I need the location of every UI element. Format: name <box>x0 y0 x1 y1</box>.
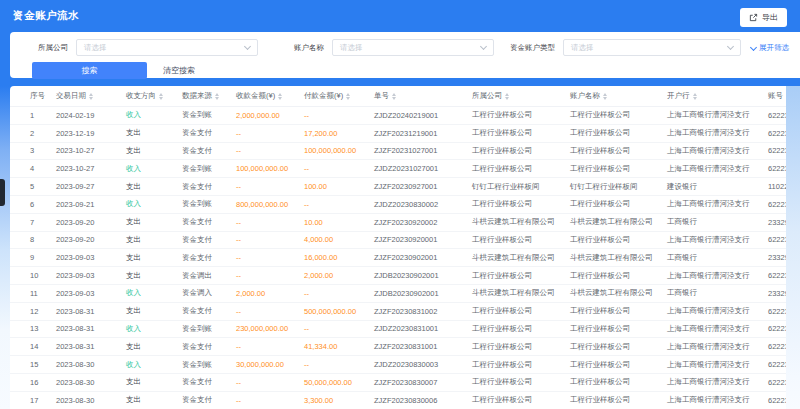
table-row[interactable]: 102023-09-03支出资金调出--2,000.00ZJDB20230902… <box>10 267 800 285</box>
cell-account_no: 233294994 <box>768 253 800 262</box>
cell-bank: 上海工商银行漕河泾支行 <box>667 360 768 370</box>
cell-no: 2 <box>30 129 56 138</box>
table-row[interactable]: 12024-02-19收入资金到账2,000,000.00--ZJDZ20240… <box>10 107 800 125</box>
sort-icon[interactable] <box>693 93 697 100</box>
cell-account_no: 233294994 <box>768 218 800 227</box>
table-row[interactable]: 142023-08-31支出资金支付--41,334.00ZJZF2023083… <box>10 338 800 356</box>
column-header-label: 账户名称 <box>570 91 600 101</box>
cell-date: 2023-12-19 <box>56 129 126 138</box>
table-row[interactable]: 72023-09-20支出资金支付--10.00ZJZF20230920002斗… <box>10 214 800 232</box>
cell-source: 资金支付 <box>182 217 236 227</box>
sort-icon[interactable] <box>89 93 93 100</box>
cell-company: 工程行业样板公司 <box>472 271 570 281</box>
sort-icon[interactable] <box>278 93 282 100</box>
cell-bank: 上海工商银行漕河泾支行 <box>667 306 768 316</box>
table-body: 12024-02-19收入资金到账2,000,000.00--ZJDZ20240… <box>10 107 800 409</box>
cell-receive: 2,000.00 <box>236 289 304 298</box>
cell-direction: 支出 <box>126 235 182 245</box>
cell-direction: 收入 <box>126 288 182 298</box>
column-header-account[interactable]: 账户名称 <box>570 91 667 101</box>
chevron-down-icon <box>244 43 251 50</box>
cell-company: 工程行业样板公司 <box>472 128 570 138</box>
column-header-source[interactable]: 数据来源 <box>182 91 236 101</box>
cell-pay: 16,000.00 <box>304 253 374 262</box>
column-header-direction[interactable]: 收支方向 <box>126 91 182 101</box>
cell-bank: 上海工商银行漕河泾支行 <box>667 199 768 209</box>
cell-account_no: 622230111 <box>768 378 800 387</box>
table-row[interactable]: 162023-08-30支出资金支付--50,000,000.00ZJZF202… <box>10 374 800 392</box>
cell-no: 4 <box>30 164 56 173</box>
cell-order: ZJZF20230902001 <box>374 253 472 262</box>
table-row[interactable]: 52023-09-27支出资金支付--100.00ZJZF20230927001… <box>10 178 800 196</box>
cell-order: ZJZF20230920002 <box>374 218 472 227</box>
column-header-label: 数据来源 <box>182 91 212 101</box>
clear-search-button[interactable]: 清空搜索 <box>157 64 201 77</box>
table-row[interactable]: 112023-09-03收入资金调入2,000.00--ZJDB20230902… <box>10 285 800 303</box>
column-header-date[interactable]: 交易日期 <box>56 91 126 101</box>
cell-account_no: 110223825 <box>768 182 800 191</box>
sort-icon[interactable] <box>215 93 219 100</box>
account-name-filter-label: 账户名称 <box>294 43 324 53</box>
cell-company: 钉钉工程行业样板间 <box>472 182 570 192</box>
search-button[interactable]: 搜索 <box>32 62 147 79</box>
sort-icon[interactable] <box>786 93 790 100</box>
column-header-receive[interactable]: 收款金额(¥) <box>236 91 304 101</box>
cell-company: 工程行业样板公司 <box>472 146 570 156</box>
company-select[interactable]: 请选择 <box>76 39 258 56</box>
table-row[interactable]: 62023-09-21收入资金到账800,000,000.00--ZJDZ202… <box>10 196 800 214</box>
cell-source: 资金调出 <box>182 271 236 281</box>
cell-date: 2023-09-03 <box>56 289 126 298</box>
column-header-pay[interactable]: 付款金额(¥) <box>304 91 374 101</box>
cell-date: 2023-09-27 <box>56 182 126 191</box>
column-header-company[interactable]: 所属公司 <box>472 91 570 101</box>
table-row[interactable]: 122023-08-31支出资金支付--500,000,000.00ZJZF20… <box>10 303 800 321</box>
cell-account: 斗栱云建筑工程有限公司 <box>570 253 667 263</box>
sidebar-handle[interactable] <box>0 179 5 206</box>
fund-account-flow-page: 资金账户流水 导出 所属公司 请选择 账户名称 请选择 <box>0 0 800 409</box>
sort-icon[interactable] <box>346 93 350 100</box>
column-header-order[interactable]: 单号 <box>374 91 472 101</box>
account-type-select[interactable]: 请选择 <box>563 39 741 56</box>
column-header-account_no[interactable]: 账号 <box>768 91 800 101</box>
cell-order: ZJDB20230902001 <box>374 289 472 298</box>
cell-pay: 17,200.00 <box>304 129 374 138</box>
cell-source: 资金到账 <box>182 164 236 174</box>
sort-icon[interactable] <box>505 93 509 100</box>
column-header-bank[interactable]: 开户行 <box>667 91 768 101</box>
cell-receive: -- <box>236 182 304 191</box>
table-row[interactable]: 42023-10-27收入资金到账100,000,000.00--ZJDZ202… <box>10 160 800 178</box>
cell-direction: 支出 <box>126 128 182 138</box>
cell-pay: -- <box>304 289 374 298</box>
sort-icon[interactable] <box>603 93 607 100</box>
sort-icon[interactable] <box>159 93 163 100</box>
table-row[interactable]: 172023-08-30支出资金支付--3,300.00ZJZF20230830… <box>10 392 800 409</box>
cell-pay: -- <box>304 111 374 120</box>
cell-order: ZJZF20230831002 <box>374 307 472 316</box>
cell-bank: 上海工商银行漕河泾支行 <box>667 235 768 245</box>
column-header-label: 单号 <box>374 91 389 101</box>
cell-source: 资金到账 <box>182 324 236 334</box>
cell-account: 工程行业样板公司 <box>570 164 667 174</box>
cell-order: ZJDZ20230830002 <box>374 200 472 209</box>
sort-icon[interactable] <box>392 93 396 100</box>
cell-receive: -- <box>236 253 304 262</box>
table-row[interactable]: 92023-09-03支出资金支付--16,000.00ZJZF20230902… <box>10 249 800 267</box>
cell-direction: 收入 <box>126 324 182 334</box>
cell-date: 2023-08-31 <box>56 307 126 316</box>
table-row[interactable]: 82023-09-20支出资金支付--4,000.00ZJZF202309200… <box>10 232 800 250</box>
chevron-down-icon <box>480 43 487 50</box>
table-row[interactable]: 132023-08-31收入资金到账230,000,000.00--ZJDZ20… <box>10 321 800 339</box>
table-row[interactable]: 32023-10-27支出资金支付--100,000,000.00ZJZF202… <box>10 143 800 161</box>
cell-source: 资金支付 <box>182 306 236 316</box>
cell-account_no: 233294994 <box>768 289 800 298</box>
expand-filters-link[interactable]: 展开筛选 <box>751 43 789 53</box>
chevron-down-icon <box>750 43 757 50</box>
account-name-select[interactable]: 请选择 <box>332 39 494 56</box>
cell-source: 资金到账 <box>182 360 236 370</box>
cell-order: ZJDZ20240219001 <box>374 111 472 120</box>
table-row[interactable]: 152023-08-30收入资金到账30,000,000.00--ZJDZ202… <box>10 356 800 374</box>
cell-pay: 100.00 <box>304 182 374 191</box>
table-row[interactable]: 22023-12-19支出资金支付--17,200.00ZJZF20231219… <box>10 125 800 143</box>
cell-account_no: 622230111 <box>768 271 800 280</box>
export-button[interactable]: 导出 <box>740 8 787 27</box>
